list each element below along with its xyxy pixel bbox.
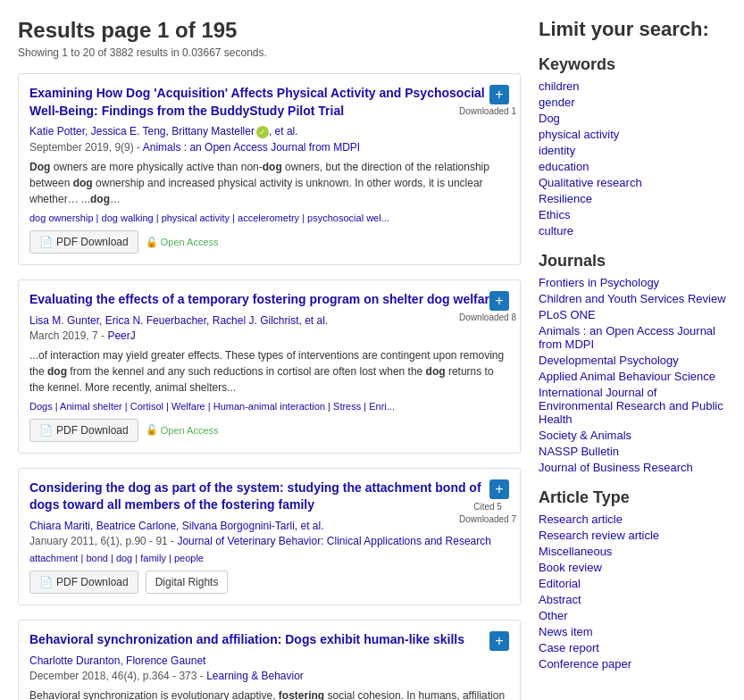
- result-abstract-1: Dog owners are more physically active th…: [29, 159, 509, 207]
- keyword-identity[interactable]: identity: [539, 144, 726, 157]
- download-badge-3: Cited 5Downloaded 7: [459, 501, 516, 526]
- open-access-badge-2: 🔓 Open Access: [146, 424, 219, 436]
- keyword-physical-activity[interactable]: physical activity: [539, 128, 726, 141]
- pdf-icon-3: 📄: [39, 576, 53, 588]
- result-actions-3: 📄 PDF Download Digital Rights: [29, 571, 509, 594]
- results-subtitle: Showing 1 to 20 of 3882 results in 0.036…: [18, 46, 521, 59]
- add-button-1[interactable]: +: [489, 85, 509, 104]
- result-actions-1: 📄 PDF Download 🔓 Open Access: [29, 230, 509, 254]
- journal-children[interactable]: Children and Youth Services Review: [539, 292, 726, 305]
- result-meta-2: March 2019, 7 - PeerJ: [29, 329, 509, 342]
- open-access-icon-1: 🔓: [146, 237, 158, 248]
- add-button-3[interactable]: +: [489, 479, 509, 499]
- journal-frontiers[interactable]: Frontiers in Psychology: [539, 276, 726, 289]
- open-access-icon-2: 🔓: [146, 424, 158, 436]
- sidebar-article-type-heading: Article Type: [539, 488, 726, 507]
- pdf-download-button-1[interactable]: 📄 PDF Download: [29, 230, 138, 254]
- digital-rights-button-3[interactable]: Digital Rights: [146, 571, 229, 594]
- journal-plos[interactable]: PLoS ONE: [539, 308, 726, 321]
- orcid-icon-1: ✓: [256, 126, 269, 138]
- article-type-review[interactable]: Research review article: [539, 529, 726, 542]
- result-card-4: + Behavioral synchronization and affilia…: [18, 620, 521, 700]
- result-card-1: + Downloaded 1 Examining How Dog 'Acquis…: [18, 73, 521, 265]
- keyword-ethics[interactable]: Ethics: [539, 208, 726, 221]
- sidebar-limit-heading: Limit your search:: [539, 18, 726, 41]
- article-type-abstract[interactable]: Abstract: [539, 593, 726, 606]
- result-title-1: Examining How Dog 'Acquisition' Affects …: [29, 85, 509, 120]
- keyword-dog[interactable]: Dog: [539, 112, 726, 125]
- result-title-3: Considering the dog as part of the syste…: [29, 479, 509, 514]
- result-title-4: Behavioral synchronization and affiliati…: [29, 631, 509, 649]
- result-tags-2: Dogs | Animal shelter | Cortisol | Welfa…: [29, 401, 509, 412]
- article-type-editorial[interactable]: Editorial: [539, 577, 726, 590]
- results-title: Results page 1 of 195: [18, 18, 521, 43]
- pdf-download-button-2[interactable]: 📄 PDF Download: [29, 419, 138, 442]
- article-type-book[interactable]: Book review: [539, 561, 726, 574]
- result-title-2: Evaluating the effects of a temporary fo…: [29, 291, 509, 309]
- result-card-3: + Cited 5Downloaded 7 Considering the do…: [18, 468, 521, 605]
- result-abstract-4: Behavioral synchronization is evolutiona…: [29, 688, 509, 700]
- journal-business[interactable]: Journal of Business Research: [539, 461, 726, 474]
- download-badge-1: Downloaded 1: [459, 106, 516, 116]
- keyword-qualitative-research[interactable]: Qualitative research: [539, 176, 726, 189]
- journal-applied-animal[interactable]: Applied Animal Behaviour Science: [539, 370, 726, 383]
- result-tags-3: attachment | bond | dog | family | peopl…: [29, 553, 509, 563]
- article-type-research[interactable]: Research article: [539, 512, 726, 526]
- journal-animals[interactable]: Animals : an Open Access Journal from MD…: [539, 324, 726, 351]
- result-authors-3: Chiara Mariti, Beatrice Carlone, Silvana…: [29, 520, 509, 532]
- sidebar-keywords-heading: Keywords: [539, 55, 726, 74]
- result-abstract-2: ...of interaction may yield greater effe…: [29, 347, 509, 396]
- article-type-news[interactable]: News item: [539, 625, 726, 638]
- result-card-2: + Downloaded 8 Evaluating the effects of…: [18, 279, 521, 454]
- article-type-misc[interactable]: Miscellaneous: [539, 545, 726, 558]
- keyword-gender[interactable]: gender: [539, 96, 726, 109]
- result-meta-4: December 2018, 46(4), p.364 - 373 - Lear…: [29, 670, 509, 682]
- result-authors-1: Katie Potter, Jessica E. Teng, Brittany …: [29, 125, 509, 138]
- result-authors-2: Lisa M. Gunter, Erica N. Feuerbacher, Ra…: [29, 314, 509, 327]
- sidebar-journals-heading: Journals: [539, 252, 726, 271]
- sidebar-journals: Frontiers in Psychology Children and You…: [539, 276, 726, 474]
- pdf-download-button-3[interactable]: 📄 PDF Download: [29, 571, 138, 594]
- sidebar-keywords: children gender Dog physical activity id…: [539, 79, 726, 238]
- keyword-culture[interactable]: culture: [539, 224, 726, 238]
- main-content: Results page 1 of 195 Showing 1 to 20 of…: [18, 18, 521, 700]
- journal-nassp[interactable]: NASSP Bulletin: [539, 445, 726, 458]
- pdf-icon-2: 📄: [39, 424, 53, 437]
- limit-label: Limit your search:: [539, 18, 709, 40]
- journal-society-animals[interactable]: Society & Animals: [539, 429, 726, 442]
- keyword-resilience[interactable]: Resilience: [539, 192, 726, 205]
- add-button-4[interactable]: +: [489, 631, 509, 651]
- result-meta-3: January 2011, 6(1), p.90 - 91 - Journal …: [29, 535, 509, 547]
- sidebar-article-types: Research article Research review article…: [539, 512, 726, 671]
- sidebar: Limit your search: Keywords children gen…: [539, 18, 726, 700]
- result-tags-1: dog ownership | dog walking | physical a…: [29, 212, 509, 223]
- keyword-education[interactable]: education: [539, 160, 726, 173]
- results-header: Results page 1 of 195 Showing 1 to 20 of…: [18, 18, 521, 59]
- open-access-badge-1: 🔓 Open Access: [146, 237, 219, 248]
- article-type-case[interactable]: Case report: [539, 641, 726, 654]
- download-badge-2: Downloaded 8: [459, 312, 516, 322]
- result-actions-2: 📄 PDF Download 🔓 Open Access: [29, 419, 509, 442]
- article-type-conference[interactable]: Conference paper: [539, 657, 726, 671]
- result-meta-1: September 2019, 9(9) - Animals : an Open…: [29, 141, 509, 154]
- add-button-2[interactable]: +: [489, 291, 509, 311]
- pdf-icon-1: 📄: [39, 236, 53, 248]
- journal-developmental[interactable]: Developmental Psychology: [539, 354, 726, 367]
- article-type-other[interactable]: Other: [539, 609, 726, 622]
- result-authors-4: Charlotte Duranton, Florence Gaunet: [29, 654, 509, 667]
- journal-ijerph[interactable]: International Journal of Environmental R…: [539, 386, 726, 426]
- keyword-children[interactable]: children: [539, 79, 726, 93]
